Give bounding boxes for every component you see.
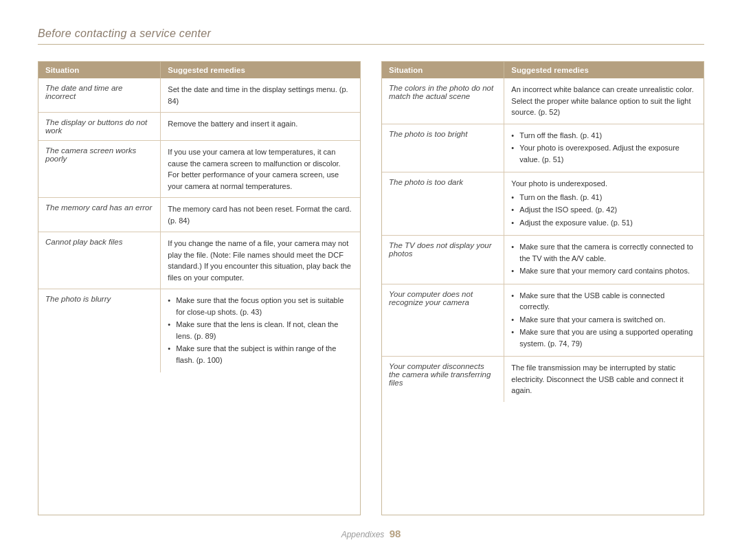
- remedy-cell: Turn off the flash. (p. 41)Your photo is…: [504, 124, 704, 172]
- remedy-cell: If you use your camera at low temperatur…: [161, 141, 360, 198]
- right-remedies-header: Suggested remedies: [504, 62, 704, 78]
- table-row: The photo is blurryMake sure that the fo…: [38, 289, 360, 373]
- remedy-text: The file transmission may be interrupted…: [511, 363, 683, 394]
- remedy-cell: The file transmission may be interrupted…: [504, 357, 704, 402]
- remedy-cell: Make sure that the USB cable is connecte…: [504, 284, 704, 357]
- remedy-cell: Set the date and time in the display set…: [161, 78, 360, 113]
- list-item: Make sure that the subject is within ran…: [168, 343, 353, 366]
- right-table: Situation Suggested remedies The colors …: [382, 62, 704, 402]
- situation-cell: The camera screen works poorly: [38, 141, 161, 198]
- situation-cell: Your computer does not recognize your ca…: [382, 284, 504, 357]
- table-row: The camera screen works poorlyIf you use…: [38, 141, 360, 198]
- remedy-list: Make sure that the focus option you set …: [168, 295, 353, 366]
- list-item: Make sure that the focus option you set …: [168, 295, 353, 317]
- remedy-text: Remove the battery and insert it again.: [168, 120, 297, 128]
- remedy-cell: An incorrect white balance can create un…: [504, 78, 704, 124]
- remedy-text: If you change the name of a file, your c…: [168, 239, 351, 282]
- situation-cell: The TV does not display your photos: [382, 236, 504, 284]
- remedy-cell: The memory card has not been reset. Form…: [161, 198, 360, 232]
- right-situation-header: Situation: [382, 62, 504, 78]
- remedy-list: Turn on the flash. (p. 41)Adjust the ISO…: [511, 192, 697, 229]
- table-row: The photo is too brightTurn off the flas…: [382, 124, 704, 172]
- situation-cell: The display or buttons do not work: [38, 113, 161, 141]
- remedy-text: An incorrect white balance can create un…: [511, 85, 693, 116]
- remedy-text: Your photo is underexposed.: [511, 178, 697, 190]
- table-row: The TV does not display your photosMake …: [382, 236, 704, 284]
- situation-cell: The photo is too bright: [382, 124, 504, 172]
- list-item: Your photo is overexposed. Adjust the ex…: [511, 142, 697, 165]
- table-row: The display or buttons do not workRemove…: [38, 113, 360, 141]
- remedy-list: Make sure that the USB cable is connecte…: [511, 290, 697, 350]
- remedy-cell: If you change the name of a file, your c…: [161, 232, 360, 289]
- remedy-text: If you use your camera at low temperatur…: [168, 148, 340, 168]
- left-table-wrapper: Situation Suggested remedies The date an…: [38, 61, 361, 515]
- left-remedies-header: Suggested remedies: [161, 62, 360, 78]
- list-item: Make sure that your memory card contains…: [511, 265, 697, 277]
- list-item: Turn off the flash. (p. 41): [511, 130, 697, 142]
- footer: Appendixes 98: [38, 528, 704, 539]
- situation-cell: The photo is too dark: [382, 172, 504, 236]
- remedy-cell: Make sure that the focus option you set …: [161, 289, 360, 373]
- situation-cell: The date and time are incorrect: [38, 78, 161, 113]
- table-row: The photo is too darkYour photo is under…: [382, 172, 704, 236]
- list-item: Adjust the exposure value. (p. 51): [511, 217, 697, 229]
- page-number: 98: [390, 528, 401, 539]
- list-item: Make sure that you are using a supported…: [511, 326, 697, 349]
- list-item: Make sure that your camera is switched o…: [511, 314, 697, 326]
- situation-cell: Your computer disconnects the camera whi…: [382, 357, 504, 402]
- remedy-list: Turn off the flash. (p. 41)Your photo is…: [511, 130, 697, 166]
- tables-row: Situation Suggested remedies The date an…: [38, 61, 704, 515]
- remedy-cell: Remove the battery and insert it again.: [161, 113, 360, 141]
- remedy-text: For better performance of your camera sc…: [168, 170, 339, 190]
- situation-cell: The photo is blurry: [38, 289, 161, 373]
- situation-cell: Cannot play back files: [38, 232, 161, 289]
- table-row: Your computer disconnects the camera whi…: [382, 357, 704, 402]
- appendix-label: Appendixes: [341, 530, 385, 539]
- page-container: Before contacting a service center Situa…: [0, 0, 742, 560]
- list-item: Make sure that the camera is correctly c…: [511, 241, 697, 264]
- situation-cell: The colors in the photo do not match the…: [382, 78, 504, 124]
- table-row: Cannot play back filesIf you change the …: [38, 232, 360, 289]
- remedy-cell: Your photo is underexposed.Turn on the f…: [504, 172, 704, 236]
- table-row: Your computer does not recognize your ca…: [382, 284, 704, 357]
- right-table-wrapper: Situation Suggested remedies The colors …: [381, 61, 704, 515]
- list-item: Adjust the ISO speed. (p. 42): [511, 204, 697, 216]
- remedy-cell: Make sure that the camera is correctly c…: [504, 236, 704, 284]
- table-row: The date and time are incorrectSet the d…: [38, 78, 360, 113]
- remedy-text: Set the date and time in the display set…: [168, 85, 348, 105]
- remedy-text: The memory card has not been reset. Form…: [168, 205, 351, 225]
- list-item: Make sure that the USB cable is connecte…: [511, 290, 697, 313]
- list-item: Make sure that the lens is clean. If not…: [168, 319, 353, 341]
- table-row: The colors in the photo do not match the…: [382, 78, 704, 124]
- table-row: The memory card has an errorThe memory c…: [38, 198, 360, 232]
- left-table: Situation Suggested remedies The date an…: [38, 62, 360, 372]
- list-item: Turn on the flash. (p. 41): [511, 192, 697, 203]
- left-situation-header: Situation: [38, 62, 161, 78]
- situation-cell: The memory card has an error: [38, 198, 161, 232]
- remedy-list: Make sure that the camera is correctly c…: [511, 241, 697, 277]
- page-title: Before contacting a service center: [38, 27, 704, 45]
